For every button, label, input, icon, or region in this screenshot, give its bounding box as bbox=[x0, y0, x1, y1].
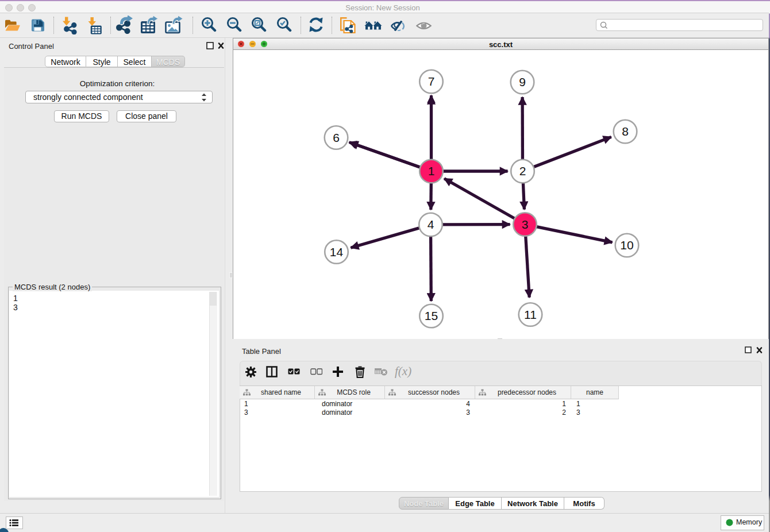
svg-text:1: 1 bbox=[428, 164, 435, 178]
svg-text:8: 8 bbox=[622, 125, 629, 138]
svg-text:3: 3 bbox=[522, 218, 529, 231]
svg-text:9: 9 bbox=[519, 75, 526, 88]
svg-text:14: 14 bbox=[330, 245, 344, 259]
svg-text:10: 10 bbox=[620, 238, 633, 252]
svg-text:7: 7 bbox=[428, 75, 435, 88]
svg-text:2: 2 bbox=[519, 164, 526, 178]
svg-text:6: 6 bbox=[333, 131, 340, 144]
svg-text:4: 4 bbox=[428, 218, 434, 231]
svg-text:15: 15 bbox=[425, 309, 438, 322]
svg-text:11: 11 bbox=[524, 308, 537, 321]
